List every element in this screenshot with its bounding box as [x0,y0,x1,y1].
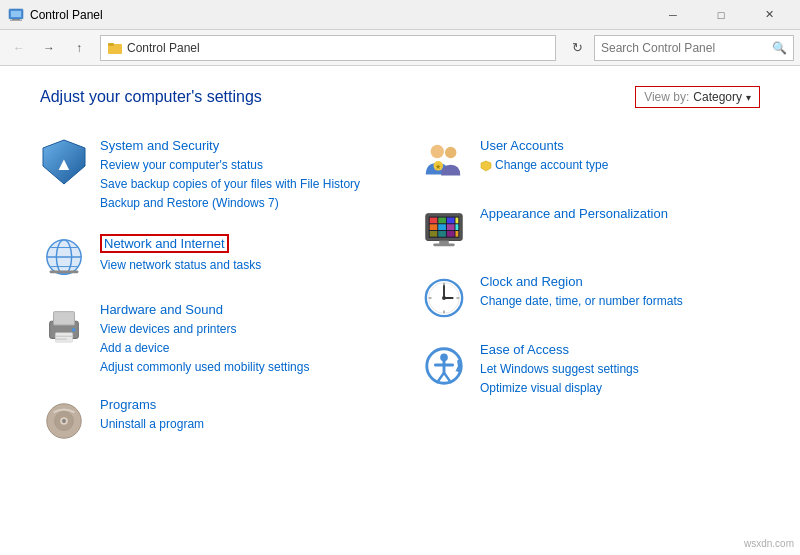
hardware-link-2[interactable]: Add a device [100,339,380,358]
network-title[interactable]: Network and Internet [100,234,229,253]
svg-rect-5 [108,43,114,46]
users-icon: ★ [420,138,468,186]
page-title: Adjust your computer's settings [40,88,262,106]
svg-rect-36 [430,224,438,230]
category-ease: Ease of Access Let Windows suggest setti… [420,332,760,408]
hardware-icon [40,302,88,350]
category-programs: Programs Uninstall a program [40,387,380,455]
system-icon: ▲ [40,138,88,186]
up-button[interactable]: ↑ [66,35,92,61]
network-content: Network and Internet View network status… [100,234,380,275]
network-icon [40,234,88,282]
svg-rect-39 [455,224,458,230]
svg-rect-40 [430,231,438,237]
ease-link-2[interactable]: Optimize visual display [480,379,760,398]
view-by-dropdown[interactable]: View by: Category ▾ [635,86,760,108]
system-link-3[interactable]: Backup and Restore (Windows 7) [100,194,380,213]
hardware-content: Hardware and Sound View devices and prin… [100,302,380,378]
category-system: ▲ System and Security Review your comput… [40,128,380,224]
svg-point-24 [62,419,66,423]
view-by-chevron-icon: ▾ [746,92,751,103]
appearance-title[interactable]: Appearance and Personalization [480,206,760,221]
svg-rect-20 [55,338,66,339]
network-link-1[interactable]: View network status and tasks [100,256,380,275]
category-appearance: Appearance and Personalization [420,196,760,264]
users-link-1[interactable]: Change account type [480,156,760,178]
svg-point-26 [445,147,456,158]
clock-content: Clock and Region Change date, time, or n… [480,274,760,311]
system-content: System and Security Review your computer… [100,138,380,214]
programs-content: Programs Uninstall a program [100,397,380,434]
users-content: User Accounts Change account type [480,138,760,178]
ease-link-1[interactable]: Let Windows suggest settings [480,360,760,379]
svg-rect-34 [447,218,455,224]
search-box[interactable]: 🔍 [594,35,794,61]
programs-icon [40,397,88,445]
clock-link-1[interactable]: Change date, time, or number formats [480,292,760,311]
category-network: Network and Internet View network status… [40,224,380,292]
svg-rect-32 [430,218,438,224]
titlebar-icon [8,7,24,23]
hardware-link-3[interactable]: Adjust commonly used mobility settings [100,358,380,377]
programs-link-1[interactable]: Uninstall a program [100,415,380,434]
shield-small-icon [480,160,492,172]
clock-icon [420,274,468,322]
hardware-title[interactable]: Hardware and Sound [100,302,380,317]
titlebar-title: Control Panel [30,8,650,22]
svg-rect-42 [447,231,455,237]
address-bar: ← → ↑ Control Panel ↻ 🔍 [0,30,800,66]
svg-rect-38 [447,224,455,230]
clock-title[interactable]: Clock and Region [480,274,760,289]
appearance-content: Appearance and Personalization [480,206,760,224]
appearance-icon [420,206,468,254]
category-clock: Clock and Region Change date, time, or n… [420,264,760,332]
breadcrumb-text: Control Panel [127,41,200,55]
system-title[interactable]: System and Security [100,138,380,153]
svg-rect-19 [55,335,72,336]
forward-button[interactable]: → [36,35,62,61]
svg-line-60 [444,373,451,383]
svg-point-25 [431,145,444,158]
svg-rect-1 [11,11,21,17]
ease-title[interactable]: Ease of Access [480,342,760,357]
watermark: wsxdn.com [744,538,794,549]
programs-title[interactable]: Programs [100,397,380,412]
breadcrumb-folder-icon [107,40,123,56]
search-input[interactable] [601,41,772,55]
page-header: Adjust your computer's settings View by:… [40,86,760,108]
title-bar: Control Panel ─ □ ✕ [0,0,800,30]
svg-text:★: ★ [435,163,441,170]
svg-point-50 [442,296,446,300]
system-link-2[interactable]: Save backup copies of your files with Fi… [100,175,380,194]
svg-rect-3 [10,20,22,21]
titlebar-controls: ─ □ ✕ [650,0,792,30]
svg-marker-29 [481,161,491,171]
users-title[interactable]: User Accounts [480,138,760,153]
category-users: ★ User Accounts Change account type [420,128,760,196]
svg-rect-33 [438,218,446,224]
breadcrumb[interactable]: Control Panel [100,35,556,61]
maximize-button[interactable]: □ [698,0,744,30]
ease-content: Ease of Access Let Windows suggest setti… [480,342,760,398]
svg-rect-16 [53,311,74,324]
ease-icon [420,342,468,390]
right-column: ★ User Accounts Change account type [420,128,760,455]
svg-text:▲: ▲ [55,154,73,174]
search-icon[interactable]: 🔍 [772,41,787,55]
back-button[interactable]: ← [6,35,32,61]
refresh-button[interactable]: ↻ [564,35,590,61]
view-by-label: View by: [644,90,689,104]
view-by-value: Category [693,90,742,104]
hardware-link-1[interactable]: View devices and printers [100,320,380,339]
svg-rect-45 [433,243,454,246]
svg-rect-37 [438,224,446,230]
main-content: Adjust your computer's settings View by:… [0,66,800,555]
system-link-1[interactable]: Review your computer's status [100,156,380,175]
categories-grid: ▲ System and Security Review your comput… [40,128,760,455]
svg-point-18 [72,327,76,331]
minimize-button[interactable]: ─ [650,0,696,30]
svg-rect-35 [455,218,458,224]
svg-rect-41 [438,231,446,237]
close-button[interactable]: ✕ [746,0,792,30]
svg-line-59 [437,373,444,383]
